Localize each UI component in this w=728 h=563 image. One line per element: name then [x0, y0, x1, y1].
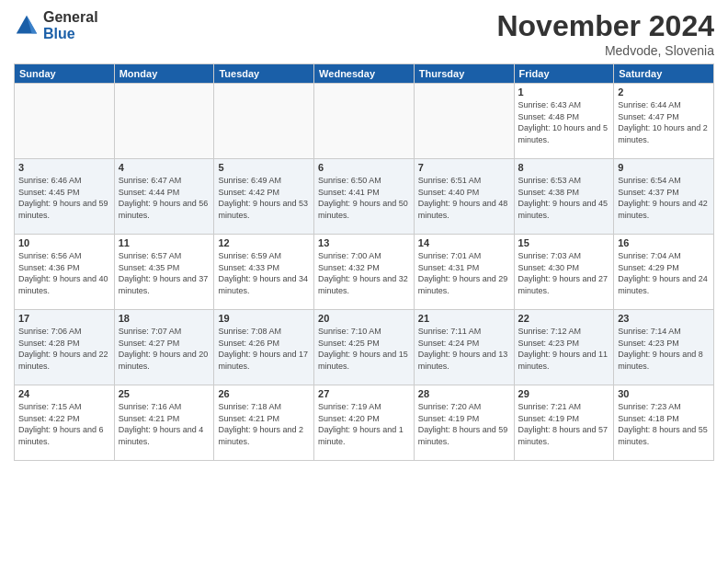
day-number: 15 [518, 237, 610, 248]
day-info: Sunrise: 7:12 AM Sunset: 4:23 PM Dayligh… [518, 326, 610, 372]
table-row [414, 84, 514, 159]
day-number: 1 [518, 86, 610, 98]
day-number: 28 [418, 388, 510, 399]
day-info: Sunrise: 7:04 AM Sunset: 4:29 PM Dayligh… [618, 250, 710, 296]
day-info: Sunrise: 6:49 AM Sunset: 4:42 PM Dayligh… [218, 175, 310, 221]
table-row: 28Sunrise: 7:20 AM Sunset: 4:19 PM Dayli… [414, 385, 514, 461]
day-number: 19 [218, 313, 310, 324]
logo-blue: Blue [43, 26, 75, 41]
day-info: Sunrise: 7:03 AM Sunset: 4:30 PM Dayligh… [518, 250, 610, 296]
day-info: Sunrise: 7:08 AM Sunset: 4:26 PM Dayligh… [218, 326, 310, 372]
title-block: November 2024 Medvode, Slovenia [496, 9, 714, 58]
table-row: 29Sunrise: 7:21 AM Sunset: 4:19 PM Dayli… [514, 385, 614, 461]
day-number: 12 [218, 237, 310, 248]
calendar-week-row: 1Sunrise: 6:43 AM Sunset: 4:48 PM Daylig… [15, 84, 714, 159]
calendar: Sunday Monday Tuesday Wednesday Thursday… [14, 63, 714, 461]
day-info: Sunrise: 7:20 AM Sunset: 4:19 PM Dayligh… [418, 401, 510, 447]
table-row: 1Sunrise: 6:43 AM Sunset: 4:48 PM Daylig… [514, 84, 614, 159]
day-number: 8 [518, 162, 610, 173]
day-info: Sunrise: 7:15 AM Sunset: 4:22 PM Dayligh… [18, 401, 110, 447]
table-row: 20Sunrise: 7:10 AM Sunset: 4:25 PM Dayli… [314, 310, 415, 385]
table-row: 21Sunrise: 7:11 AM Sunset: 4:24 PM Dayli… [414, 310, 514, 385]
col-thursday: Thursday [414, 64, 514, 84]
logo-icon [14, 13, 40, 39]
day-info: Sunrise: 6:59 AM Sunset: 4:33 PM Dayligh… [218, 250, 310, 296]
day-number: 6 [318, 162, 410, 173]
day-info: Sunrise: 7:18 AM Sunset: 4:21 PM Dayligh… [218, 401, 310, 447]
day-number: 27 [318, 388, 410, 399]
calendar-week-row: 10Sunrise: 6:56 AM Sunset: 4:36 PM Dayli… [15, 235, 714, 310]
table-row: 9Sunrise: 6:54 AM Sunset: 4:37 PM Daylig… [614, 159, 714, 235]
day-number: 21 [418, 313, 510, 324]
col-tuesday: Tuesday [214, 64, 314, 84]
day-info: Sunrise: 6:51 AM Sunset: 4:40 PM Dayligh… [418, 175, 510, 221]
day-number: 13 [318, 237, 410, 248]
logo-general: General [43, 9, 98, 25]
day-info: Sunrise: 7:10 AM Sunset: 4:25 PM Dayligh… [318, 326, 410, 372]
table-row: 18Sunrise: 7:07 AM Sunset: 4:27 PM Dayli… [114, 310, 214, 385]
col-saturday: Saturday [614, 64, 714, 84]
day-number: 20 [318, 313, 410, 324]
table-row: 27Sunrise: 7:19 AM Sunset: 4:20 PM Dayli… [314, 385, 415, 461]
table-row [214, 84, 314, 159]
table-row [15, 84, 115, 159]
calendar-week-row: 17Sunrise: 7:06 AM Sunset: 4:28 PM Dayli… [15, 310, 714, 385]
day-info: Sunrise: 6:53 AM Sunset: 4:38 PM Dayligh… [518, 175, 610, 221]
table-row: 13Sunrise: 7:00 AM Sunset: 4:32 PM Dayli… [314, 235, 415, 310]
day-info: Sunrise: 7:11 AM Sunset: 4:24 PM Dayligh… [418, 326, 510, 372]
day-info: Sunrise: 7:21 AM Sunset: 4:19 PM Dayligh… [518, 401, 610, 447]
day-info: Sunrise: 6:47 AM Sunset: 4:44 PM Dayligh… [119, 175, 210, 221]
day-number: 11 [119, 237, 210, 248]
table-row: 25Sunrise: 7:16 AM Sunset: 4:21 PM Dayli… [114, 385, 214, 461]
day-number: 4 [119, 162, 210, 173]
day-info: Sunrise: 6:44 AM Sunset: 4:47 PM Dayligh… [618, 99, 710, 145]
table-row [114, 84, 214, 159]
day-number: 2 [618, 86, 710, 98]
table-row: 8Sunrise: 6:53 AM Sunset: 4:38 PM Daylig… [514, 159, 614, 235]
col-sunday: Sunday [15, 64, 115, 84]
day-info: Sunrise: 6:46 AM Sunset: 4:45 PM Dayligh… [18, 175, 110, 221]
day-number: 16 [618, 237, 710, 248]
day-info: Sunrise: 7:01 AM Sunset: 4:31 PM Dayligh… [418, 250, 510, 296]
day-number: 10 [18, 237, 110, 248]
day-number: 26 [218, 388, 310, 399]
col-friday: Friday [514, 64, 614, 84]
table-row: 19Sunrise: 7:08 AM Sunset: 4:26 PM Dayli… [214, 310, 314, 385]
day-info: Sunrise: 7:16 AM Sunset: 4:21 PM Dayligh… [119, 401, 210, 447]
day-number: 23 [618, 313, 710, 324]
day-number: 5 [218, 162, 310, 173]
day-number: 18 [119, 313, 210, 324]
day-info: Sunrise: 6:50 AM Sunset: 4:41 PM Dayligh… [318, 175, 410, 221]
table-row: 16Sunrise: 7:04 AM Sunset: 4:29 PM Dayli… [614, 235, 714, 310]
day-info: Sunrise: 7:06 AM Sunset: 4:28 PM Dayligh… [18, 326, 110, 372]
calendar-week-row: 24Sunrise: 7:15 AM Sunset: 4:22 PM Dayli… [15, 385, 714, 461]
day-number: 29 [518, 388, 610, 399]
day-info: Sunrise: 7:23 AM Sunset: 4:18 PM Dayligh… [618, 401, 710, 447]
table-row: 17Sunrise: 7:06 AM Sunset: 4:28 PM Dayli… [15, 310, 115, 385]
day-number: 14 [418, 237, 510, 248]
calendar-week-row: 3Sunrise: 6:46 AM Sunset: 4:45 PM Daylig… [15, 159, 714, 235]
table-row: 6Sunrise: 6:50 AM Sunset: 4:41 PM Daylig… [314, 159, 415, 235]
logo: General Blue [14, 9, 98, 41]
day-number: 25 [119, 388, 210, 399]
table-row: 26Sunrise: 7:18 AM Sunset: 4:21 PM Dayli… [214, 385, 314, 461]
page-header: General Blue November 2024 Medvode, Slov… [14, 9, 714, 58]
table-row: 7Sunrise: 6:51 AM Sunset: 4:40 PM Daylig… [414, 159, 514, 235]
table-row: 10Sunrise: 6:56 AM Sunset: 4:36 PM Dayli… [15, 235, 115, 310]
table-row: 14Sunrise: 7:01 AM Sunset: 4:31 PM Dayli… [414, 235, 514, 310]
day-info: Sunrise: 6:43 AM Sunset: 4:48 PM Dayligh… [518, 99, 610, 145]
table-row: 12Sunrise: 6:59 AM Sunset: 4:33 PM Dayli… [214, 235, 314, 310]
day-number: 30 [618, 388, 710, 399]
table-row [314, 84, 415, 159]
table-row: 22Sunrise: 7:12 AM Sunset: 4:23 PM Dayli… [514, 310, 614, 385]
month-title: November 2024 [496, 9, 714, 43]
day-info: Sunrise: 7:19 AM Sunset: 4:20 PM Dayligh… [318, 401, 410, 447]
day-info: Sunrise: 7:14 AM Sunset: 4:23 PM Dayligh… [618, 326, 710, 372]
table-row: 2Sunrise: 6:44 AM Sunset: 4:47 PM Daylig… [614, 84, 714, 159]
table-row: 4Sunrise: 6:47 AM Sunset: 4:44 PM Daylig… [114, 159, 214, 235]
day-number: 9 [618, 162, 710, 173]
table-row: 5Sunrise: 6:49 AM Sunset: 4:42 PM Daylig… [214, 159, 314, 235]
day-info: Sunrise: 6:56 AM Sunset: 4:36 PM Dayligh… [18, 250, 110, 296]
table-row: 24Sunrise: 7:15 AM Sunset: 4:22 PM Dayli… [15, 385, 115, 461]
day-number: 3 [18, 162, 110, 173]
